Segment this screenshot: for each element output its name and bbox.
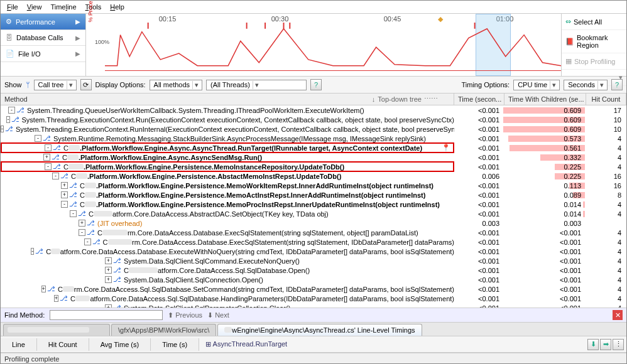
tree-row[interactable]: +⎇C atform.Core.DataAccess.Sql.SqlDataba… [1,294,626,303]
tab-fileio[interactable]: 📄 File I/O ▶ [1,46,85,62]
help-button[interactable]: ? [310,79,322,90]
source-tab-1b[interactable]: \gfx\Apps\BPM\WorkFlow\src\ [111,324,216,336]
expand-toggle[interactable]: - [1,126,4,132]
show-combo[interactable]: Call tree▾ [34,80,77,90]
nav-right-button[interactable]: ➡ [600,339,611,350]
expand-toggle[interactable]: + [105,304,112,308]
tree-row[interactable]: -⎇C .Platform.Workflow.Engine.Persistenc… [1,162,626,171]
col-time[interactable]: Time (secon... [454,94,504,105]
tree-row[interactable]: +⎇C .Platform.Workflow.Engine.Async.Asyn… [1,153,626,162]
expand-toggle[interactable]: - [61,201,68,208]
method-icon: ⎇ [60,294,68,302]
expand-toggle[interactable]: + [105,257,112,264]
methods-combo[interactable]: All methods▾ [150,80,202,90]
unit-combo[interactable]: Seconds▾ [564,80,608,90]
method-icon: ⎇ [35,247,43,255]
tree-row[interactable]: -⎇C rm.Core.DataAccess.Database.ExecSqlS… [1,228,626,237]
col-time[interactable]: Time (s) [151,338,199,351]
menu-file[interactable]: File [3,2,22,12]
menu-help[interactable]: Help [106,2,128,12]
expand-toggle[interactable]: - [6,116,9,123]
chevron-right-icon: ▶ [75,50,80,57]
expand-toggle[interactable]: - [79,229,85,236]
expand-toggle[interactable]: - [70,210,77,217]
tab-database[interactable]: 🗄 Database Calls ▶ [1,30,85,46]
gear-icon: ⚙ [6,18,12,26]
expand-toggle[interactable]: - [52,173,59,179]
expand-toggle[interactable]: - [45,144,52,151]
nav-menu-button[interactable]: ⋮ [613,339,624,350]
tree-row[interactable]: -⎇System.Runtime.Remoting.Messaging.Stac… [1,134,626,143]
tree-row[interactable]: +⎇C atform.Core.DataAccess.Sql.SqlDataba… [1,265,626,275]
help2-button[interactable]: ? [611,79,623,90]
menu-timeline[interactable]: Timeline [46,2,80,12]
top-panel: ⚙ Performance ▶ 🗄 Database Calls ▶ 📄 Fil… [1,14,626,77]
bookmark-button[interactable]: 📕Bookmark Region [562,30,626,53]
timeline-chart[interactable]: % Processor Time 100% 00:15 00:30 00:45 … [86,14,561,76]
timing-options-label: Timing Options: [462,81,510,88]
expand-toggle[interactable]: + [105,276,112,283]
source-tab-1[interactable]: 'e:\ [3,324,110,336]
tree-row[interactable]: -⎇C .Platform.Workflow.Engine.Async.Asyn… [1,143,626,153]
expand-toggle[interactable]: + [79,220,85,227]
tree-row[interactable]: +⎇C .Platform.Workflow.Engine.Persistenc… [1,190,626,200]
menu-view[interactable]: View [23,2,46,12]
col-line[interactable]: Line [1,338,37,351]
tree-row[interactable]: -⎇System.Threading.QueueUserWorkItemCall… [1,105,626,115]
expand-toggle[interactable]: - [35,135,41,142]
source-tab-2[interactable]: wEngine\Engine\Async\AsyncThread.cs' Lin… [217,324,422,336]
threads-combo[interactable]: (All Threads)▾ [206,80,307,90]
expand-toggle[interactable]: - [45,163,52,170]
find-prev[interactable]: ⬆ Previous [168,311,202,319]
tree-row[interactable]: -⎇C .Platform.Workflow.Engine.Persistenc… [1,171,626,181]
tree-row[interactable]: -⎇System.Threading.ExecutionContext.RunI… [1,124,626,134]
tree-row[interactable]: +⎇System.Data.SqlClient.SqlConnection.Op… [1,275,626,284]
expand-toggle[interactable]: + [61,182,68,189]
tree-row[interactable]: -⎇C atform.Core.DataAccess.Database.Exec… [1,247,626,256]
nav-down-button[interactable]: ⬇ [587,339,599,350]
col-hitcount[interactable]: Hit Count [37,338,89,351]
find-next[interactable]: ⬇ Next [207,311,229,319]
method-icon: ⎇ [43,134,51,142]
database-icon: 🗄 [6,34,13,41]
expand-toggle[interactable]: + [105,267,112,274]
tree-row[interactable]: +⎇C rm.Core.DataAccess.Sql.SqlDatabase.S… [1,284,626,294]
tree-row[interactable]: +⎇(JIT overhead)0.0030.003 [1,218,626,228]
tab-performance[interactable]: ⚙ Performance ▶ [1,14,85,30]
expand-toggle[interactable]: + [61,191,68,198]
col-hit[interactable]: Hit Count [586,94,626,105]
tree-row[interactable]: -⎇C atform.Core.DataAccess.AbstractDAC.S… [1,209,626,218]
timing-combo[interactable]: CPU time▾ [513,80,560,90]
view-tabs: ⚙ Performance ▶ 🗄 Database Calls ▶ 📄 Fil… [1,14,86,76]
tree-row[interactable]: -⎇C .Platform.Workflow.Engine.Persistenc… [1,200,626,209]
refresh-button[interactable]: ⟳ [80,79,92,90]
expand-toggle[interactable]: - [31,248,34,255]
expand-toggle[interactable]: - [84,238,91,245]
pin-icon: 📍 [442,144,453,152]
call-tree-grid[interactable]: Method Time (secon... Time With Children… [1,94,626,308]
timing-title: ⊞ AsyncThread.RunTarget [199,338,587,351]
method-icon: ⎇ [92,238,101,246]
expand-toggle[interactable]: - [8,107,15,114]
col-avgtime[interactable]: Avg Time (s) [89,338,151,351]
grid-header: Method Time (secon... Time With Children… [1,94,626,105]
expand-toggle[interactable]: + [41,286,46,292]
y-axis-label: % Processor Time [87,0,94,22]
close-find-button[interactable]: ✕ [613,310,623,320]
expand-toggle[interactable]: + [43,154,50,161]
tree-row[interactable]: -⎇System.Threading.ExecutionContext.Run(… [1,115,626,124]
cpu-line [105,23,561,72]
tree-row[interactable]: +⎇System.Data.SqlClient.SqlCommand.Execu… [1,256,626,265]
col-twc[interactable]: Time With Children (se... [504,94,586,105]
tree-row[interactable]: -⎇C rm.Core.DataAccess.Database.ExecSqlS… [1,237,626,247]
tree-row[interactable]: +⎇C .Platform.Workflow.Engine.Persistenc… [1,181,626,190]
method-icon: ⎇ [69,200,77,208]
stop-profiling-button[interactable]: ▦Stop Profiling [562,53,626,70]
find-input[interactable] [50,310,163,320]
expand-toggle[interactable]: + [54,295,58,302]
select-all-button[interactable]: ⇔Select All [562,14,626,30]
method-icon: ⎇ [69,191,77,199]
tree-row[interactable]: +⎇System.Data.SqlClient.SqlParameterColl… [1,303,626,308]
method-icon: ⎇ [11,115,19,124]
method-icon: ⎇ [113,304,121,308]
